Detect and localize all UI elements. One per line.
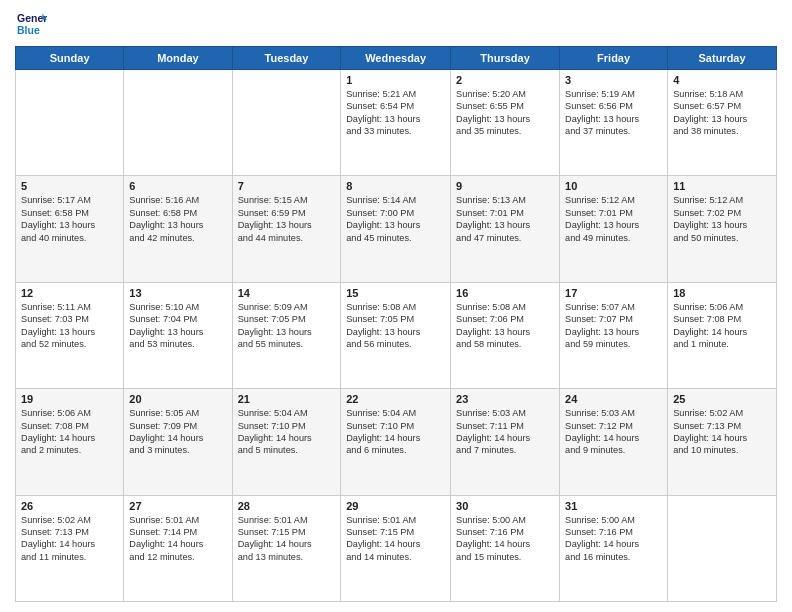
weekday-header: Saturday <box>668 47 777 70</box>
calendar-cell: 20Sunrise: 5:05 AMSunset: 7:09 PMDayligh… <box>124 389 232 495</box>
calendar-cell: 30Sunrise: 5:00 AMSunset: 7:16 PMDayligh… <box>451 495 560 601</box>
day-info: Sunrise: 5:01 AMSunset: 7:14 PMDaylight:… <box>129 514 226 564</box>
calendar-cell: 7Sunrise: 5:15 AMSunset: 6:59 PMDaylight… <box>232 176 341 282</box>
day-number: 20 <box>129 393 226 405</box>
day-number: 3 <box>565 74 662 86</box>
day-number: 10 <box>565 180 662 192</box>
day-number: 23 <box>456 393 554 405</box>
logo: GeneralBlue <box>15 10 47 38</box>
calendar-cell: 23Sunrise: 5:03 AMSunset: 7:11 PMDayligh… <box>451 389 560 495</box>
weekday-header: Wednesday <box>341 47 451 70</box>
calendar-week-row: 1Sunrise: 5:21 AMSunset: 6:54 PMDaylight… <box>16 70 777 176</box>
day-number: 31 <box>565 500 662 512</box>
weekday-header: Tuesday <box>232 47 341 70</box>
weekday-row: SundayMondayTuesdayWednesdayThursdayFrid… <box>16 47 777 70</box>
day-info: Sunrise: 5:12 AMSunset: 7:02 PMDaylight:… <box>673 194 771 244</box>
day-info: Sunrise: 5:01 AMSunset: 7:15 PMDaylight:… <box>238 514 336 564</box>
calendar-header: SundayMondayTuesdayWednesdayThursdayFrid… <box>16 47 777 70</box>
calendar-cell: 28Sunrise: 5:01 AMSunset: 7:15 PMDayligh… <box>232 495 341 601</box>
day-info: Sunrise: 5:13 AMSunset: 7:01 PMDaylight:… <box>456 194 554 244</box>
calendar-cell <box>668 495 777 601</box>
day-number: 27 <box>129 500 226 512</box>
calendar-cell: 8Sunrise: 5:14 AMSunset: 7:00 PMDaylight… <box>341 176 451 282</box>
day-number: 17 <box>565 287 662 299</box>
calendar-cell: 21Sunrise: 5:04 AMSunset: 7:10 PMDayligh… <box>232 389 341 495</box>
logo-icon: GeneralBlue <box>15 10 47 38</box>
day-number: 21 <box>238 393 336 405</box>
day-info: Sunrise: 5:18 AMSunset: 6:57 PMDaylight:… <box>673 88 771 138</box>
day-number: 7 <box>238 180 336 192</box>
day-number: 22 <box>346 393 445 405</box>
calendar-cell: 17Sunrise: 5:07 AMSunset: 7:07 PMDayligh… <box>560 282 668 388</box>
day-number: 2 <box>456 74 554 86</box>
day-info: Sunrise: 5:12 AMSunset: 7:01 PMDaylight:… <box>565 194 662 244</box>
day-info: Sunrise: 5:04 AMSunset: 7:10 PMDaylight:… <box>238 407 336 457</box>
weekday-header: Monday <box>124 47 232 70</box>
calendar-week-row: 12Sunrise: 5:11 AMSunset: 7:03 PMDayligh… <box>16 282 777 388</box>
day-number: 30 <box>456 500 554 512</box>
calendar-cell <box>232 70 341 176</box>
day-number: 14 <box>238 287 336 299</box>
day-number: 13 <box>129 287 226 299</box>
day-number: 1 <box>346 74 445 86</box>
day-number: 19 <box>21 393 118 405</box>
svg-text:Blue: Blue <box>17 24 40 36</box>
day-number: 18 <box>673 287 771 299</box>
calendar-cell: 9Sunrise: 5:13 AMSunset: 7:01 PMDaylight… <box>451 176 560 282</box>
day-number: 5 <box>21 180 118 192</box>
day-info: Sunrise: 5:16 AMSunset: 6:58 PMDaylight:… <box>129 194 226 244</box>
calendar-cell: 18Sunrise: 5:06 AMSunset: 7:08 PMDayligh… <box>668 282 777 388</box>
day-number: 9 <box>456 180 554 192</box>
day-info: Sunrise: 5:06 AMSunset: 7:08 PMDaylight:… <box>21 407 118 457</box>
day-number: 24 <box>565 393 662 405</box>
calendar-cell: 31Sunrise: 5:00 AMSunset: 7:16 PMDayligh… <box>560 495 668 601</box>
weekday-header: Friday <box>560 47 668 70</box>
calendar-cell: 2Sunrise: 5:20 AMSunset: 6:55 PMDaylight… <box>451 70 560 176</box>
day-number: 8 <box>346 180 445 192</box>
weekday-header: Sunday <box>16 47 124 70</box>
day-info: Sunrise: 5:08 AMSunset: 7:06 PMDaylight:… <box>456 301 554 351</box>
calendar-cell: 11Sunrise: 5:12 AMSunset: 7:02 PMDayligh… <box>668 176 777 282</box>
page: GeneralBlue SundayMondayTuesdayWednesday… <box>0 0 792 612</box>
day-info: Sunrise: 5:03 AMSunset: 7:11 PMDaylight:… <box>456 407 554 457</box>
day-number: 11 <box>673 180 771 192</box>
day-info: Sunrise: 5:15 AMSunset: 6:59 PMDaylight:… <box>238 194 336 244</box>
calendar-cell: 12Sunrise: 5:11 AMSunset: 7:03 PMDayligh… <box>16 282 124 388</box>
day-number: 4 <box>673 74 771 86</box>
day-info: Sunrise: 5:01 AMSunset: 7:15 PMDaylight:… <box>346 514 445 564</box>
day-number: 28 <box>238 500 336 512</box>
calendar-week-row: 5Sunrise: 5:17 AMSunset: 6:58 PMDaylight… <box>16 176 777 282</box>
calendar-cell: 3Sunrise: 5:19 AMSunset: 6:56 PMDaylight… <box>560 70 668 176</box>
day-number: 16 <box>456 287 554 299</box>
day-number: 12 <box>21 287 118 299</box>
day-info: Sunrise: 5:00 AMSunset: 7:16 PMDaylight:… <box>456 514 554 564</box>
day-info: Sunrise: 5:04 AMSunset: 7:10 PMDaylight:… <box>346 407 445 457</box>
calendar-cell: 15Sunrise: 5:08 AMSunset: 7:05 PMDayligh… <box>341 282 451 388</box>
calendar-cell <box>124 70 232 176</box>
calendar-cell: 22Sunrise: 5:04 AMSunset: 7:10 PMDayligh… <box>341 389 451 495</box>
day-number: 6 <box>129 180 226 192</box>
calendar-week-row: 19Sunrise: 5:06 AMSunset: 7:08 PMDayligh… <box>16 389 777 495</box>
day-info: Sunrise: 5:19 AMSunset: 6:56 PMDaylight:… <box>565 88 662 138</box>
calendar-body: 1Sunrise: 5:21 AMSunset: 6:54 PMDaylight… <box>16 70 777 602</box>
day-info: Sunrise: 5:07 AMSunset: 7:07 PMDaylight:… <box>565 301 662 351</box>
calendar-cell: 24Sunrise: 5:03 AMSunset: 7:12 PMDayligh… <box>560 389 668 495</box>
calendar-cell <box>16 70 124 176</box>
weekday-header: Thursday <box>451 47 560 70</box>
day-info: Sunrise: 5:03 AMSunset: 7:12 PMDaylight:… <box>565 407 662 457</box>
calendar-cell: 10Sunrise: 5:12 AMSunset: 7:01 PMDayligh… <box>560 176 668 282</box>
calendar-cell: 29Sunrise: 5:01 AMSunset: 7:15 PMDayligh… <box>341 495 451 601</box>
day-info: Sunrise: 5:20 AMSunset: 6:55 PMDaylight:… <box>456 88 554 138</box>
calendar-cell: 25Sunrise: 5:02 AMSunset: 7:13 PMDayligh… <box>668 389 777 495</box>
calendar-cell: 5Sunrise: 5:17 AMSunset: 6:58 PMDaylight… <box>16 176 124 282</box>
day-number: 25 <box>673 393 771 405</box>
calendar-cell: 16Sunrise: 5:08 AMSunset: 7:06 PMDayligh… <box>451 282 560 388</box>
calendar-table: SundayMondayTuesdayWednesdayThursdayFrid… <box>15 46 777 602</box>
day-info: Sunrise: 5:09 AMSunset: 7:05 PMDaylight:… <box>238 301 336 351</box>
calendar-cell: 1Sunrise: 5:21 AMSunset: 6:54 PMDaylight… <box>341 70 451 176</box>
calendar-cell: 26Sunrise: 5:02 AMSunset: 7:13 PMDayligh… <box>16 495 124 601</box>
day-info: Sunrise: 5:11 AMSunset: 7:03 PMDaylight:… <box>21 301 118 351</box>
calendar-cell: 19Sunrise: 5:06 AMSunset: 7:08 PMDayligh… <box>16 389 124 495</box>
day-info: Sunrise: 5:02 AMSunset: 7:13 PMDaylight:… <box>673 407 771 457</box>
day-number: 26 <box>21 500 118 512</box>
